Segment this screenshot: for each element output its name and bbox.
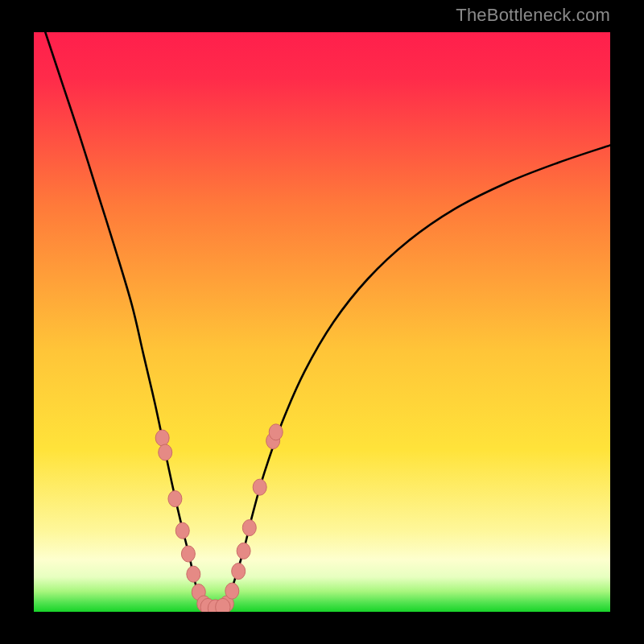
dot-left-2 bbox=[168, 491, 182, 507]
dot-right-7 bbox=[269, 424, 283, 440]
dot-right-3 bbox=[237, 543, 250, 559]
dot-right-4 bbox=[242, 520, 256, 536]
dot-right-5 bbox=[253, 479, 266, 495]
dot-left-0 bbox=[155, 430, 169, 446]
curve-left-branch bbox=[45, 32, 206, 607]
plot-area bbox=[34, 32, 610, 612]
dot-left-3 bbox=[175, 522, 189, 539]
dot-right-2 bbox=[232, 564, 246, 580]
dot-bottom-2 bbox=[216, 598, 230, 612]
chart-frame: TheBottleneck.com bbox=[0, 0, 644, 644]
curve-right-branch bbox=[224, 145, 610, 607]
dot-right-1 bbox=[225, 583, 239, 599]
dot-left-5 bbox=[187, 566, 200, 582]
watermark-text: TheBottleneck.com bbox=[456, 5, 610, 26]
dot-left-1 bbox=[159, 444, 172, 460]
dot-left-4 bbox=[181, 546, 195, 562]
curve-layer bbox=[34, 32, 610, 612]
